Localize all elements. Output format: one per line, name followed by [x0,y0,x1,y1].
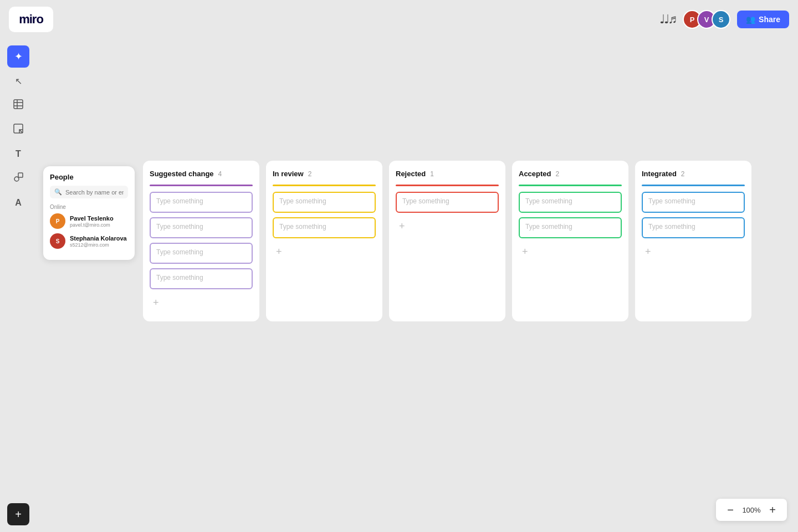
avatar-3: S [712,10,730,29]
column-title-suggested: Suggested change [150,170,214,178]
shapes-icon [13,172,24,186]
card-suggested-1[interactable]: Type something [150,192,253,213]
topbar: miro ♩♩♬ P V S 👥 Share [0,0,798,39]
column-header-rejected: Rejected 1 [396,170,499,178]
card-inreview-2[interactable]: Type something [273,217,376,238]
people-search-input[interactable] [65,189,124,196]
kanban-board: Suggested change 4 Type something Type s… [143,161,751,321]
people-panel: People 🔍 Online P Pavel Teslenko pavel.t… [43,166,135,260]
column-title-rejected: Rejected [396,170,426,178]
minus-icon: − [727,504,734,516]
card-suggested-2[interactable]: Type something [150,217,253,238]
divider-inreview [273,185,376,186]
plus-icon: + [769,504,776,516]
add-card-inreview[interactable]: + [273,245,285,259]
column-integrated: Integrated 2 Type something Type somethi… [635,161,751,321]
cursor-icon: ↖ [15,76,22,86]
person-item-2: S Stephania Kolarova s5212@miro.com [50,233,128,249]
card-integrated-1[interactable]: Type something [642,192,745,213]
add-card-integrated[interactable]: + [642,245,654,259]
svg-rect-6 [18,173,23,177]
svg-rect-0 [14,100,23,109]
column-count-integrated: 2 [681,170,685,178]
topbar-right: ♩♩♬ P V S 👥 Share [659,10,789,29]
column-header-inreview: In review 2 [273,170,376,178]
add-card-suggested[interactable]: + [150,296,162,310]
person-email-1: pavel.t@miro.com [70,222,114,228]
table-icon [13,99,23,112]
column-count-inreview: 2 [308,170,312,178]
search-icon: 🔍 [54,188,62,196]
card-suggested-3[interactable]: Type something [150,243,253,264]
zoom-controls: − 100% + [716,499,787,521]
music-icon: ♩♩♬ [659,12,677,27]
sidebar-item-ai[interactable]: ✦ [7,45,29,68]
card-suggested-4[interactable]: Type something [150,268,253,289]
text-icon: T [16,149,21,159]
divider-rejected [396,185,499,186]
sidebar-item-shapes[interactable] [7,167,29,190]
column-count-suggested: 4 [218,170,222,178]
sidebar-item-font[interactable]: A [7,192,29,214]
column-inreview: In review 2 Type something Type somethin… [266,161,382,321]
zoom-value: 100% [741,506,761,514]
person-email-2: s5212@miro.com [70,242,127,248]
add-card-rejected[interactable]: + [396,219,408,233]
card-accepted-1[interactable]: Type something [519,192,622,213]
column-count-rejected: 1 [430,170,434,178]
divider-integrated [642,185,745,186]
card-rejected-1[interactable]: Type something [396,192,499,213]
sidebar-item-text[interactable]: T [7,143,29,165]
column-title-accepted: Accepted [519,170,551,178]
card-accepted-2[interactable]: Type something [519,217,622,238]
column-header-suggested: Suggested change 4 [150,170,253,178]
divider-accepted [519,185,622,186]
add-card-accepted[interactable]: + [519,245,531,259]
ai-icon: ✦ [14,50,23,63]
divider-suggested [150,185,253,186]
person-name-2: Stephania Kolarova [70,234,127,242]
sidebar-item-sticky[interactable] [7,119,29,141]
sidebar-item-add[interactable]: + [7,503,29,525]
card-integrated-2[interactable]: Type something [642,217,745,238]
font-icon: A [15,198,22,208]
column-rejected: Rejected 1 Type something + [389,161,505,321]
zoom-out-button[interactable]: − [724,503,737,516]
plus-icon: + [15,508,22,521]
person-name-1: Pavel Teslenko [70,214,114,222]
share-icon: 👥 [746,15,755,24]
people-title: People [50,173,128,181]
sticky-icon [13,124,23,136]
column-suggested: Suggested change 4 Type something Type s… [143,161,259,321]
person-item-1: P Pavel Teslenko pavel.t@miro.com [50,213,128,229]
left-sidebar: ✦ ↖ T [0,39,37,532]
column-accepted: Accepted 2 Type something Type something… [512,161,628,321]
logo[interactable]: miro [9,7,53,32]
person-avatar-1: P [50,213,65,229]
people-search-box[interactable]: 🔍 [50,186,128,198]
column-header-accepted: Accepted 2 [519,170,622,178]
avatars-group: P V S [683,10,730,29]
online-label: Online [50,204,128,210]
card-inreview-1[interactable]: Type something [273,192,376,213]
sidebar-item-table[interactable] [7,94,29,116]
column-header-integrated: Integrated 2 [642,170,745,178]
zoom-in-button[interactable]: + [766,503,779,516]
sidebar-item-select[interactable]: ↖ [7,70,29,92]
column-count-accepted: 2 [556,170,560,178]
column-title-integrated: Integrated [642,170,677,178]
share-button[interactable]: 👥 Share [737,11,789,28]
column-title-inreview: In review [273,170,304,178]
person-avatar-2: S [50,233,65,249]
